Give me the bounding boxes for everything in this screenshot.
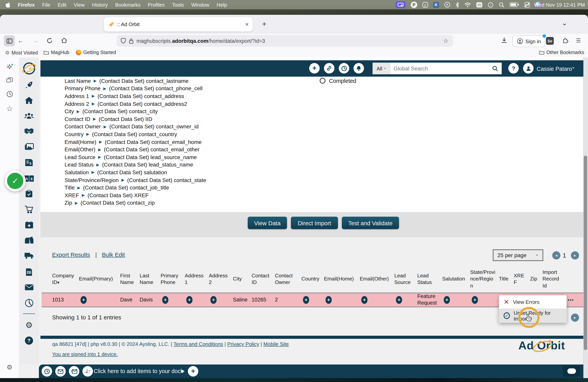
history-clock-icon[interactable] (0, 91, 19, 98)
apple-icon[interactable] (5, 2, 10, 8)
col-header[interactable]: Title (499, 276, 511, 282)
sidebar-reports-icon[interactable] (19, 299, 39, 307)
dock-add-icon[interactable]: + (188, 366, 198, 377)
bookmarks-star-icon[interactable]: ☆ (0, 104, 19, 113)
menubar-file[interactable]: File (42, 2, 50, 8)
terms-link[interactable]: Terms and Conditions (173, 341, 223, 347)
hamburger-menu-icon[interactable]: ☰ (576, 37, 581, 43)
menubar-profiles[interactable]: Profiles (148, 2, 165, 8)
dock-email-log-icon[interactable] (69, 366, 79, 377)
lock-icon[interactable] (129, 38, 134, 44)
reload-button[interactable] (46, 37, 53, 44)
col-header[interactable]: Email(Home) (324, 276, 357, 282)
signed-in-devices-link[interactable]: You are signed into 1 device. (52, 351, 118, 357)
sidebar-logistics-truck-icon[interactable] (19, 252, 39, 259)
export-results-link[interactable]: Export Results (52, 251, 90, 258)
add-icon[interactable]: + (326, 296, 332, 304)
col-header[interactable]: Primary Phone (161, 272, 182, 286)
menubar-edit[interactable]: Edit (58, 2, 66, 8)
add-icon[interactable]: + (303, 296, 309, 304)
test-and-validate-button[interactable]: Test and Validate (342, 217, 399, 229)
bluetooth-icon[interactable] (455, 2, 459, 8)
home-button[interactable] (61, 37, 68, 44)
menubar-clock[interactable]: Wed Nov 19 12:41 PM (534, 0, 585, 9)
quick-add-icon[interactable]: + (309, 63, 320, 74)
sidebar-w2-doc-icon[interactable]: W2 (19, 268, 39, 276)
bulk-edit-link[interactable]: Bulk Edit (102, 251, 125, 258)
preview-app-icon[interactable]: p (422, 2, 428, 8)
bottom-next-page-button[interactable]: ▸ (571, 314, 579, 322)
notifications-bell-icon[interactable] (354, 63, 364, 74)
context-menu-view-errors[interactable]: ✕ View Errors (499, 295, 567, 308)
menubar-tools[interactable]: Tools (172, 2, 184, 8)
col-header[interactable]: Country (301, 276, 321, 282)
history-icon[interactable] (339, 63, 349, 74)
control-center-icon[interactable] (524, 2, 530, 8)
col-header[interactable]: Last Name (140, 272, 158, 286)
tab-list-chevron-icon[interactable]: ⌄ (562, 19, 567, 27)
menubar-app-name[interactable]: Firefox (18, 2, 35, 8)
add-icon[interactable]: + (472, 296, 478, 304)
sidebar-media-icon[interactable] (19, 143, 39, 151)
sidebar-toggle-button[interactable] (4, 35, 15, 46)
sidebar-partnerships-icon[interactable] (19, 127, 39, 135)
menubar-window[interactable]: Window (191, 2, 210, 8)
sidebar-rocket-icon[interactable] (19, 81, 39, 89)
spotlight-icon[interactable] (499, 2, 504, 8)
extensions-puzzle-icon[interactable] (562, 37, 569, 43)
dock-clock-icon[interactable] (42, 366, 52, 377)
global-search-box[interactable]: All ⌄ (373, 63, 502, 74)
other-bookmarks[interactable]: Other Bookmarks (539, 50, 584, 55)
col-header-company-id[interactable]: Company ID▾ (52, 272, 76, 286)
col-header[interactable]: Email(Other) (360, 276, 391, 282)
bookmark-star-icon[interactable]: ☆ (443, 37, 448, 44)
add-icon[interactable]: + (361, 296, 368, 304)
bookmark-most-visited[interactable]: ⚙ Most Visited (5, 50, 38, 56)
current-page-number[interactable]: 1 (563, 252, 566, 259)
col-header[interactable]: Contact Owner (275, 272, 298, 286)
col-header[interactable]: XREF (514, 272, 527, 286)
search-icon[interactable] (492, 65, 502, 72)
sidebar-tasks-icon[interactable] (19, 190, 39, 198)
dock-slack-icon[interactable] (83, 366, 93, 377)
sidebar-home-icon[interactable] (19, 96, 39, 104)
add-icon[interactable]: + (210, 296, 217, 304)
screen-sharing-icon[interactable] (396, 1, 406, 8)
parallels-icon[interactable]: P (411, 1, 417, 8)
help-icon[interactable]: ? (508, 63, 519, 74)
col-header[interactable]: Address 2 (209, 272, 230, 286)
col-header[interactable]: State/Province/Region (470, 269, 496, 289)
dock-label[interactable]: Click here to add items to your dock (94, 368, 183, 374)
menubar-history[interactable]: History (92, 2, 108, 8)
tab-close-icon[interactable]: ✕ (245, 21, 249, 27)
back-button[interactable]: ← (18, 37, 24, 45)
tab-ad-orbit[interactable]: :: Ad Orbit ✕ (104, 17, 253, 32)
ai-chat-sparkle-icon[interactable]: ++ (0, 64, 19, 71)
new-tab-button[interactable]: + (262, 20, 266, 28)
col-header[interactable]: City (233, 276, 249, 282)
per-page-select[interactable]: 25 per page ⌄ (493, 249, 543, 261)
row-actions-ellipsis-icon[interactable]: ••• (568, 297, 574, 303)
ad-orbit-logo-icon[interactable] (19, 61, 39, 76)
sidebar-settings-gear-icon[interactable]: ⚙ (0, 363, 19, 371)
keynote-k-icon[interactable]: K (433, 2, 439, 8)
forward-button[interactable]: → (32, 37, 39, 45)
dock-expand-icon[interactable]: ▶ (182, 369, 185, 373)
sidebar-email-icon[interactable] (19, 284, 39, 291)
col-header[interactable]: Email(Primary) (79, 276, 117, 282)
col-header[interactable]: Lead Status (417, 272, 439, 286)
menubar-view[interactable]: View (74, 2, 84, 8)
sidebar-help-icon[interactable]: ? (19, 337, 39, 345)
table-row[interactable]: 1013 + Dave Davis + + + Saline 10265 2 +… (52, 293, 562, 307)
sidebar-contacts-icon[interactable] (19, 112, 39, 120)
sign-in-button[interactable]: Sign in (513, 35, 545, 47)
user-avatar-icon[interactable] (523, 63, 534, 74)
battery-icon[interactable] (509, 2, 519, 7)
link-icon[interactable] (324, 63, 335, 74)
sidebar-mailbox-icon[interactable] (19, 236, 39, 244)
mobile-site-link[interactable]: Mobile Site (263, 341, 289, 347)
add-icon[interactable]: + (81, 296, 87, 304)
synced-tabs-icon[interactable] (0, 77, 19, 84)
sidebar-gear-icon[interactable]: ⚙ (19, 320, 39, 330)
url-bar[interactable]: maghubscripts.adorbitqa.com/home/data/ex… (117, 35, 453, 47)
